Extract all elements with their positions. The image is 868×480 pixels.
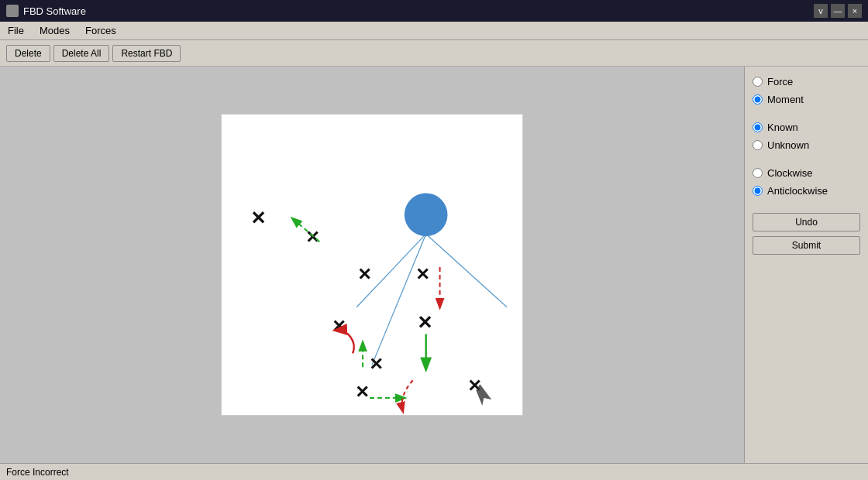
restart-fbd-button[interactable]: Restart FBD — [112, 45, 181, 62]
radio-anticlockwise-text: Anticlockwise — [767, 185, 828, 197]
undo-button[interactable]: Undo — [753, 213, 860, 231]
title-bar-left: FBD Software — [6, 5, 86, 17]
radio-anticlockwise[interactable] — [753, 186, 763, 196]
radio-clockwise-label[interactable]: Clockwise — [753, 167, 860, 179]
submit-button[interactable]: Submit — [753, 236, 860, 255]
svg-text:✕: ✕ — [415, 265, 429, 284]
svg-line-2 — [372, 234, 426, 365]
svg-point-3 — [405, 193, 448, 236]
svg-text:✕: ✕ — [250, 207, 266, 228]
delete-button[interactable]: Delete — [6, 45, 50, 62]
radio-known-label[interactable]: Known — [753, 122, 860, 133]
app-icon — [6, 5, 19, 17]
direction-group: Clockwise Anticlockwise — [753, 167, 860, 197]
window-title: FBD Software — [23, 5, 86, 17]
svg-text:✕: ✕ — [355, 382, 369, 402]
fbd-diagram[interactable]: ✕ ✕ ✕ ✕ ✕ ✕ ✕ ✕ ✕ — [222, 115, 522, 415]
fbd-canvas[interactable]: ✕ ✕ ✕ ✕ ✕ ✕ ✕ ✕ ✕ — [221, 114, 523, 416]
svg-line-1 — [426, 234, 507, 307]
toolbar: Delete Delete All Restart FBD — [0, 40, 868, 67]
title-bar-controls[interactable]: v — × — [814, 4, 862, 18]
radio-known[interactable] — [753, 122, 763, 132]
menu-file[interactable]: File — [0, 22, 32, 39]
force-type-group: Force Moment — [753, 76, 860, 105]
radio-known-text: Known — [767, 122, 798, 133]
close-button[interactable]: × — [848, 4, 862, 18]
radio-unknown-label[interactable]: Unknown — [753, 139, 860, 151]
svg-marker-18 — [476, 384, 491, 406]
status-text: Force Incorrect — [6, 467, 69, 478]
svg-text:✕: ✕ — [369, 355, 383, 374]
radio-moment-label[interactable]: Moment — [753, 94, 860, 105]
radio-unknown[interactable] — [753, 140, 763, 150]
canvas-area[interactable]: ✕ ✕ ✕ ✕ ✕ ✕ ✕ ✕ ✕ — [0, 67, 744, 463]
title-bar: FBD Software v — × — [0, 0, 868, 22]
svg-text:✕: ✕ — [417, 312, 432, 333]
main-content: ✕ ✕ ✕ ✕ ✕ ✕ ✕ ✕ ✕ — [0, 67, 868, 463]
radio-unknown-text: Unknown — [767, 139, 809, 151]
minimize-button[interactable]: v — [814, 4, 828, 18]
radio-force-label[interactable]: Force — [753, 76, 860, 87]
svg-text:✕: ✕ — [332, 317, 346, 336]
radio-anticlockwise-label[interactable]: Anticlockwise — [753, 185, 860, 197]
maximize-button[interactable]: — — [831, 4, 845, 18]
svg-text:✕: ✕ — [357, 265, 371, 284]
radio-clockwise-text: Clockwise — [767, 167, 813, 179]
radio-force-text: Force — [767, 76, 793, 87]
radio-force[interactable] — [753, 77, 763, 87]
magnitude-group: Known Unknown — [753, 122, 860, 151]
menu-forces[interactable]: Forces — [78, 22, 124, 39]
delete-all-button[interactable]: Delete All — [53, 45, 110, 62]
status-bar: Force Incorrect — [0, 463, 868, 480]
radio-moment-text: Moment — [767, 94, 804, 105]
radio-moment[interactable] — [753, 94, 763, 105]
menu-modes[interactable]: Modes — [32, 22, 78, 39]
radio-clockwise[interactable] — [753, 168, 763, 178]
right-panel: Force Moment Known Unknown Clock — [744, 67, 868, 463]
menu-bar: File Modes Forces — [0, 22, 868, 40]
